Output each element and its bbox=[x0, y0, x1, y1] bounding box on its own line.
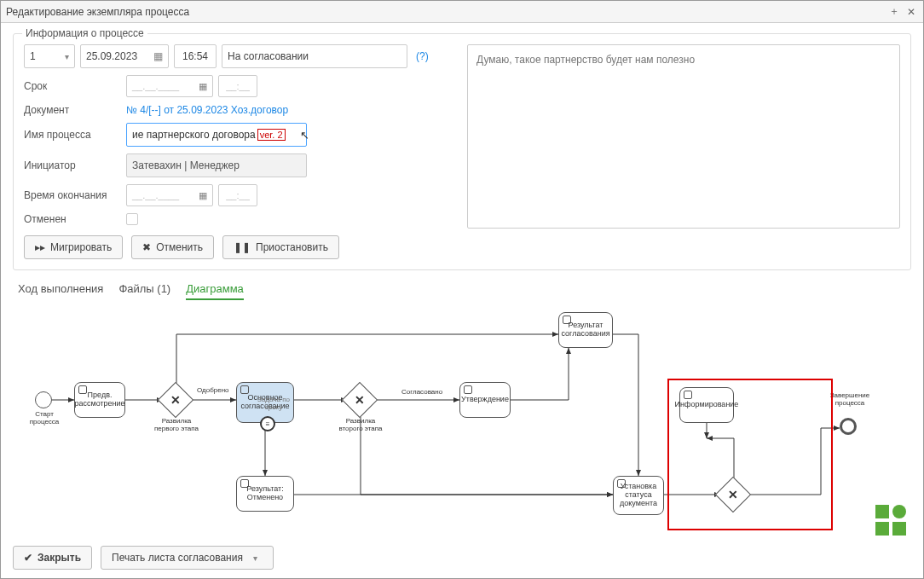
chevron-down-icon: ▾ bbox=[65, 52, 69, 61]
date-field[interactable]: 25.09.2023▦ bbox=[80, 44, 169, 68]
gateway-2-label: Развилка второго этапа bbox=[335, 418, 386, 433]
tab-progress[interactable]: Ход выполнения bbox=[18, 282, 103, 300]
task-result-cancel[interactable]: Результат: Отменено bbox=[236, 476, 294, 512]
cursor-icon: ↖ bbox=[300, 129, 309, 142]
task-set-status[interactable]: Установка статуса документа bbox=[613, 476, 664, 515]
help-icon[interactable]: (?) bbox=[416, 50, 429, 62]
check-icon: ✔ bbox=[24, 552, 32, 564]
task-main-sub: Задача по сроку bbox=[248, 397, 299, 412]
gateway-1[interactable]: ✕ bbox=[158, 382, 193, 418]
endtime-time[interactable]: __:__ bbox=[218, 184, 257, 206]
window-title: Редактирование экземпляра процесса bbox=[6, 6, 884, 18]
gateway-2[interactable]: ✕ bbox=[342, 382, 378, 418]
print-button[interactable]: Печать листа согласования▾ bbox=[101, 546, 274, 570]
srok-date[interactable]: __.__.____▦ bbox=[126, 75, 213, 97]
srok-time[interactable]: __:__ bbox=[218, 75, 257, 97]
cancelled-checkbox[interactable] bbox=[126, 213, 138, 225]
pause-icon: ❚❚ bbox=[234, 241, 251, 253]
process-info-fieldset: Информация о процессе 1▾ 25.09.2023▦ 16:… bbox=[13, 33, 911, 270]
fieldset-legend: Информация о процессе bbox=[22, 27, 147, 39]
close-button[interactable]: ✔Закрыть bbox=[13, 546, 92, 570]
calendar-icon: ▦ bbox=[199, 190, 207, 201]
cancel-button[interactable]: ✖Отменить bbox=[131, 235, 214, 259]
timer-icon: ≡ bbox=[260, 416, 275, 431]
label-srok: Срок bbox=[24, 80, 121, 92]
chevron-down-icon: ▾ bbox=[253, 553, 257, 563]
task-result[interactable]: Результат согласования bbox=[558, 312, 613, 348]
version-tag: ver. 2 bbox=[257, 129, 286, 141]
x-icon: ✖ bbox=[142, 241, 151, 253]
label-document: Документ bbox=[24, 104, 121, 116]
time-field[interactable]: 16:54 bbox=[174, 44, 217, 68]
label-initiator: Инициатор bbox=[24, 159, 121, 171]
migrate-button[interactable]: ▸▸Мигрировать bbox=[24, 235, 123, 259]
label-endtime: Время окончания bbox=[24, 189, 121, 201]
tabs: Ход выполнения Файлы (1) Диаграмма bbox=[18, 282, 906, 300]
comment-box[interactable]: Думаю, такое партнерство будет нам полез… bbox=[467, 44, 900, 229]
highlight-box bbox=[667, 379, 833, 530]
label-process-name: Имя процесса bbox=[24, 129, 121, 141]
calendar-icon: ▦ bbox=[199, 81, 207, 92]
svg-rect-2 bbox=[892, 522, 906, 536]
gateway-1-label: Развилка первого этапа bbox=[154, 418, 199, 433]
close-icon[interactable]: ✕ bbox=[904, 5, 918, 19]
maximize-icon[interactable]: ＋ bbox=[887, 5, 901, 19]
status-field[interactable]: На согласовании bbox=[222, 44, 407, 68]
tab-diagram[interactable]: Диаграмма bbox=[186, 282, 244, 300]
titlebar: Редактирование экземпляра процесса ＋ ✕ bbox=[1, 1, 923, 23]
task-assert[interactable]: Утверждение bbox=[459, 382, 511, 418]
initiator-field: Затевахин | Менеджер bbox=[126, 153, 307, 177]
window: Редактирование экземпляра процесса ＋ ✕ И… bbox=[0, 0, 924, 579]
calendar-icon: ▦ bbox=[153, 50, 163, 62]
start-label: Старт процесса bbox=[20, 411, 69, 426]
logo-icon bbox=[872, 501, 910, 539]
process-name-input[interactable]: ие партнерского договора ver. 2 ↖ bbox=[126, 123, 307, 147]
pause-button[interactable]: ❚❚Приостановить bbox=[222, 235, 339, 259]
edge-agreed: Согласовано bbox=[401, 389, 442, 397]
edge-approved: Одобрено bbox=[197, 387, 229, 395]
tab-files[interactable]: Файлы (1) bbox=[118, 282, 170, 300]
endtime-date[interactable]: __.__.____▦ bbox=[126, 184, 213, 206]
sequence-number[interactable]: 1▾ bbox=[24, 44, 75, 68]
forward-icon: ▸▸ bbox=[35, 241, 45, 253]
end-event[interactable] bbox=[840, 418, 857, 435]
svg-point-0 bbox=[892, 505, 906, 518]
document-link[interactable]: № 4/[--] от 25.09.2023 Хоз.договор bbox=[126, 104, 288, 116]
start-event[interactable] bbox=[35, 391, 52, 408]
bpmn-diagram[interactable]: Старт процесса Предв. рассмотрение ✕ Раз… bbox=[16, 309, 911, 541]
label-cancelled: Отменен bbox=[24, 213, 121, 225]
svg-rect-1 bbox=[875, 505, 889, 518]
task-preliminary[interactable]: Предв. рассмотрение bbox=[74, 382, 125, 418]
end-label: Завершение процесса bbox=[826, 392, 874, 408]
